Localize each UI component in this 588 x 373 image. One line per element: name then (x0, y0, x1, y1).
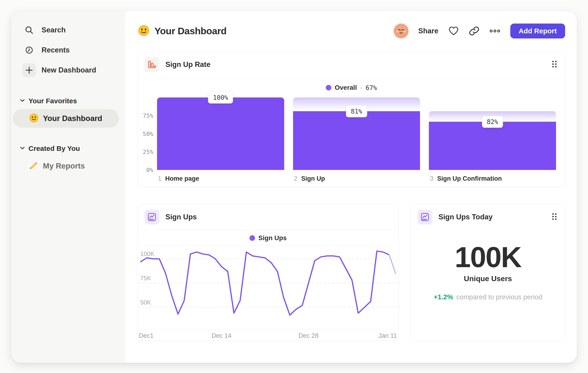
funnel-bar-group: 100%1Home page (157, 97, 284, 182)
card-header: Sign Ups Today (411, 204, 565, 230)
favorites-section: Your Favorites Your Dashboard (11, 94, 125, 128)
funnel-bar-solid (293, 111, 420, 170)
sidebar-item-label: My Reports (43, 161, 85, 171)
step-name: Sign Up (301, 175, 325, 182)
funnel-bar-solid (429, 122, 556, 170)
funnel-bar[interactable]: 81% (293, 97, 420, 170)
main-content: Your Dashboard Share (125, 11, 577, 363)
step-number: 2 (294, 175, 297, 182)
sidebar-item-label: Your Dashboard (43, 114, 102, 123)
copy-link-icon[interactable] (469, 26, 480, 36)
chevron-down-icon (20, 146, 25, 151)
funnel-y-tick: 75% (143, 112, 153, 119)
pencil-emoji-icon (29, 161, 39, 171)
card-title: Sign Ups (165, 213, 392, 221)
sidebar-item-label: New Dashboard (42, 66, 96, 74)
cards-row: Sign Ups Sign Ups 100K75K50K Dec1Dec 14D… (138, 204, 565, 341)
page-header: Your Dashboard Share (138, 23, 565, 39)
delta-row: +1.2% compared to previous period (434, 293, 542, 301)
line-x-axis: Dec1Dec 14Dec 28Jan 11 (138, 329, 398, 341)
line-plot: 100K75K50K (138, 246, 398, 329)
sidebar-item-recents[interactable]: Recents (11, 40, 125, 60)
line-legend: Sign Ups (138, 230, 398, 246)
smiley-emoji-icon (29, 113, 39, 124)
more-options-icon[interactable] (489, 29, 501, 33)
legend-label: Overall (335, 84, 357, 91)
funnel-step-label: 2Sign Up (293, 175, 420, 182)
created-by-you-section-header[interactable]: Created By You (11, 142, 125, 155)
chevron-down-icon (20, 99, 25, 103)
legend-value: 67% (366, 84, 377, 91)
page-title-wrap: Your Dashboard (138, 24, 227, 38)
card-title: Sign Ups Today (438, 213, 544, 221)
sidebar-item-search[interactable]: Search (11, 20, 125, 40)
line-y-tick: 100K (140, 250, 155, 258)
header-controls: Share Add Report (394, 24, 565, 39)
funnel-chart-icon (144, 57, 159, 72)
card-title: Sign Up Rate (165, 60, 544, 69)
funnel-step-label: 3Sign Up Confirmation (429, 175, 556, 182)
funnel-bars: 100%1Home page81%2Sign Up82%3Sign Up Con… (157, 97, 556, 182)
section-title: Your Favorites (29, 97, 77, 105)
funnel-chart: 0%25%50%75% 100%1Home page81%2Sign Up82%… (138, 97, 565, 182)
sidebar-item-label: Recents (42, 46, 70, 54)
smiley-emoji-icon (138, 24, 150, 38)
line-y-tick: 50K (140, 299, 151, 306)
step-name: Sign Up Confirmation (437, 175, 502, 182)
step-number: 3 (430, 175, 433, 182)
big-number-label: Unique Users (464, 274, 512, 283)
funnel-step-label: 1Home page (157, 175, 284, 182)
drag-handle-icon[interactable] (550, 59, 558, 70)
clock-icon (22, 43, 36, 57)
conversion-badge: 81% (346, 105, 367, 117)
drag-handle-icon[interactable] (550, 212, 558, 223)
sidebar-item-label: Search (42, 26, 66, 34)
legend-dot (326, 85, 331, 91)
line-x-tick: Jan 11 (378, 332, 397, 339)
sidebar-item-your-dashboard[interactable]: Your Dashboard (13, 109, 119, 128)
funnel-y-axis: 0%25%50%75% (140, 97, 157, 170)
conversion-badge: 82% (482, 116, 503, 128)
share-button[interactable]: Share (418, 27, 438, 35)
favorite-heart-icon[interactable] (448, 26, 459, 36)
big-number-value: 100K (455, 241, 521, 273)
funnel-legend: Overall · 67% (138, 78, 565, 97)
funnel-bar-group: 81%2Sign Up (293, 97, 420, 182)
page-title: Your Dashboard (155, 26, 227, 37)
sign-up-rate-card: Sign Up Rate Overall · 67% 0%25%50%75% (138, 51, 565, 187)
line-x-tick: Dec1 (139, 332, 154, 339)
step-number: 1 (158, 175, 161, 182)
sidebar-item-new-dashboard[interactable]: New Dashboard (11, 60, 125, 80)
funnel-bar[interactable]: 82% (429, 97, 556, 170)
app-window: Search Recents New Dashboard (11, 11, 577, 363)
add-report-button[interactable]: Add Report (510, 24, 565, 39)
funnel-bar-group: 82%3Sign Up Confirmation (429, 97, 556, 182)
conversion-badge: 100% (208, 92, 233, 103)
search-icon (22, 23, 36, 37)
favorites-section-header[interactable]: Your Favorites (11, 94, 125, 108)
sidebar-item-my-reports[interactable]: My Reports (13, 157, 119, 175)
avatar[interactable] (394, 24, 409, 39)
created-by-you-section: Created By You My Reports (11, 142, 125, 175)
funnel-y-tick: 25% (143, 149, 153, 155)
step-name: Home page (165, 175, 199, 182)
funnel-y-tick: 0% (146, 167, 153, 173)
line-y-tick: 75K (140, 275, 151, 282)
sign-ups-today-card: Sign Ups Today 100K Unique Users +1.2% (411, 204, 565, 341)
delta-value: +1.2% (434, 293, 453, 301)
legend-separator: · (360, 84, 362, 91)
legend-dot (249, 235, 255, 241)
line-chart-icon (417, 210, 432, 224)
plus-icon (22, 63, 36, 77)
card-header: Sign Ups (138, 204, 398, 230)
sign-ups-card: Sign Ups Sign Ups 100K75K50K Dec1Dec 14D… (138, 204, 399, 341)
delta-note: compared to previous period (456, 293, 542, 301)
number-content: 100K Unique Users +1.2% compared to prev… (411, 230, 565, 341)
legend-label: Sign Ups (258, 234, 286, 242)
line-x-tick: Dec 28 (298, 332, 318, 339)
line-chart-icon (144, 210, 159, 224)
sidebar: Search Recents New Dashboard (11, 11, 125, 363)
funnel-bar[interactable]: 100% (157, 97, 284, 170)
section-title: Created By You (29, 144, 80, 152)
funnel-bar-solid (157, 97, 284, 170)
